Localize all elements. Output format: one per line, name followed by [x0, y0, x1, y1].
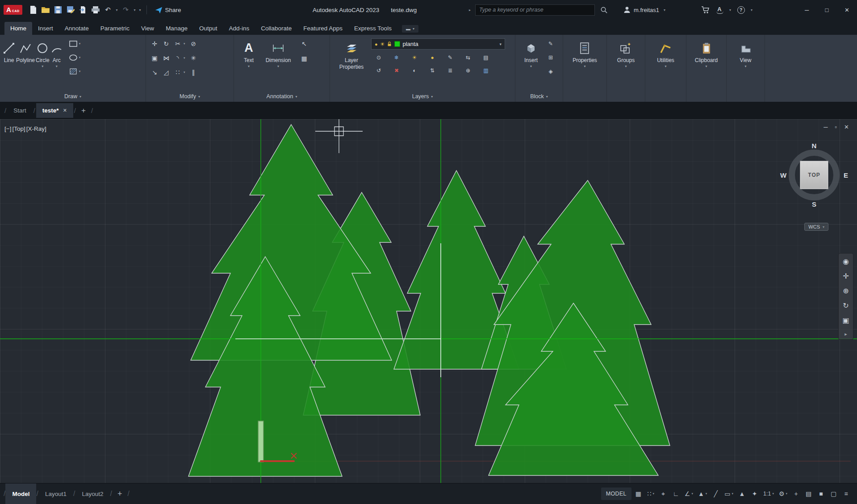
application-menu-button[interactable]: A CAD: [4, 5, 22, 15]
help-caret[interactable]: ▾: [749, 8, 754, 12]
plot-button[interactable]: [89, 3, 102, 17]
annotation-panel-label[interactable]: Annotation ▾: [234, 91, 330, 102]
showmotion-button[interactable]: ▣: [842, 317, 849, 324]
tab-addins[interactable]: Add-ins: [223, 22, 255, 35]
app-store-button[interactable]: [699, 3, 711, 17]
layers-panel-label[interactable]: Layers ▾: [330, 91, 515, 102]
tab-featured-apps[interactable]: Featured Apps: [297, 22, 348, 35]
tab-insert[interactable]: Insert: [32, 22, 59, 35]
block-panel-label[interactable]: Block ▾: [515, 91, 563, 102]
assistant-caret[interactable]: ▾: [727, 8, 733, 12]
layer-isolate-button[interactable]: ⊙: [373, 52, 385, 62]
layer-dropdown[interactable]: ● ☀ planta ▾: [371, 38, 505, 50]
move-button[interactable]: ✛: [149, 38, 160, 49]
pan-button[interactable]: ✛: [843, 273, 849, 280]
save-button[interactable]: [52, 3, 64, 17]
layer-merge-button[interactable]: ⇅: [426, 65, 438, 75]
copy-to-layer-button[interactable]: ⊕: [462, 65, 474, 75]
block-create-button[interactable]: ⊞: [545, 52, 556, 62]
annotation-visibility-toggle[interactable]: ▲: [736, 487, 748, 500]
new-file-button[interactable]: [27, 3, 39, 17]
full-navigation-wheel-button[interactable]: ◉: [843, 258, 849, 265]
file-tab-close-icon[interactable]: ✕: [63, 108, 67, 113]
layer-states-button[interactable]: ▤: [480, 52, 492, 62]
polyline-button[interactable]: Polyline: [16, 38, 35, 64]
account-menu[interactable]: m.freitas1 ▾: [623, 0, 667, 20]
stretch-button[interactable]: ↘: [149, 67, 160, 77]
table-button[interactable]: ▦: [298, 53, 310, 63]
isodraft-toggle[interactable]: ▲ ▾: [696, 487, 709, 500]
copy-button[interactable]: ▣: [149, 53, 160, 63]
polar-tracking-toggle[interactable]: ∠ ▾: [683, 487, 695, 500]
tab-output[interactable]: Output: [193, 22, 223, 35]
block-edit-button[interactable]: ✎: [545, 38, 556, 49]
undo-button[interactable]: ↶: [102, 3, 114, 17]
model-space-toggle[interactable]: MODEL: [601, 487, 631, 500]
array-button[interactable]: ∷: [172, 67, 184, 77]
make-current-layer-button[interactable]: ✎: [444, 52, 456, 62]
layer-off-button[interactable]: ☀: [409, 52, 420, 62]
clipboard-button[interactable]: Clipboard ▾: [695, 38, 718, 68]
trim-caret[interactable]: ▾: [184, 42, 188, 46]
explode-button[interactable]: ✳: [188, 53, 199, 63]
scale-button[interactable]: ◿: [160, 67, 172, 77]
annotation-scale-button[interactable]: 1:1 ▾: [761, 487, 776, 500]
qat-customize-caret[interactable]: ▾: [138, 8, 143, 12]
orbit-button[interactable]: ↻: [843, 302, 849, 309]
isolate-objects-button[interactable]: ■: [815, 487, 827, 500]
tab-annotate[interactable]: Annotate: [59, 22, 95, 35]
save-as-button[interactable]: [64, 3, 77, 17]
layout2-tab[interactable]: Layout2: [75, 483, 110, 504]
undo-history-caret[interactable]: ▾: [114, 8, 120, 12]
file-tab-start[interactable]: Start: [7, 103, 33, 118]
model-tab[interactable]: Model: [5, 483, 36, 504]
ortho-mode-toggle[interactable]: ∟: [670, 487, 681, 500]
array-caret[interactable]: ▾: [184, 71, 188, 74]
utilities-button[interactable]: Utilities ▾: [657, 38, 674, 68]
viewcube[interactable]: N S W E TOP: [783, 144, 845, 206]
viewport-close-button[interactable]: ✕: [844, 124, 849, 130]
autodesk-assistant-button[interactable]: A: [713, 3, 726, 17]
grid-display-toggle[interactable]: ▦: [633, 487, 644, 500]
tray-settings-button[interactable]: ▤: [803, 487, 814, 500]
wcs-dropdown[interactable]: WCS ▾: [804, 223, 828, 231]
minimize-window-button[interactable]: ─: [797, 0, 817, 20]
viewcube-top-face[interactable]: TOP: [800, 161, 828, 189]
offset-button[interactable]: ∥: [188, 67, 199, 77]
search-collapse-caret[interactable]: ▸: [467, 8, 472, 12]
help-button[interactable]: ?: [735, 3, 747, 17]
mirror-button[interactable]: ⋈: [160, 53, 172, 63]
trim-button[interactable]: ✂: [172, 38, 184, 49]
object-snap-tracking-toggle[interactable]: ╱: [710, 487, 721, 500]
layer-on-all-button[interactable]: ●: [426, 52, 438, 62]
circle-button[interactable]: Circle ▾: [36, 38, 50, 68]
viewport-minimize-control[interactable]: [−]: [4, 125, 11, 132]
infer-constraints-toggle[interactable]: ⌖: [658, 487, 669, 500]
rotate-button[interactable]: ↻: [160, 38, 172, 49]
layer-walk-button[interactable]: ≣: [444, 65, 456, 75]
workspace-switching-button[interactable]: ⚙ ▾: [777, 487, 789, 500]
graphics-performance-button[interactable]: ▢: [828, 487, 839, 500]
maximize-window-button[interactable]: □: [817, 0, 837, 20]
properties-button[interactable]: Properties ▾: [573, 38, 597, 68]
groups-button[interactable]: ✦ Groups ▾: [617, 38, 635, 68]
redo-history-caret[interactable]: ▾: [132, 8, 138, 12]
search-input[interactable]: [475, 4, 595, 16]
share-button[interactable]: Share: [150, 6, 186, 14]
tab-view[interactable]: View: [135, 22, 160, 35]
viewcube-west[interactable]: W: [780, 171, 786, 179]
new-drawing-tab-button[interactable]: +: [77, 106, 90, 115]
tab-express-tools[interactable]: Express Tools: [348, 22, 397, 35]
base-view-button[interactable]: View ▾: [740, 38, 752, 68]
viewport-view-control[interactable]: [Top]: [12, 125, 25, 132]
ucs-y-axis[interactable]: [258, 421, 263, 462]
search-button[interactable]: [598, 3, 610, 17]
lineweight-toggle[interactable]: ▭ ▾: [723, 487, 735, 500]
file-tab-teste[interactable]: teste* ✕: [36, 103, 73, 118]
insert-block-button[interactable]: Insert ▾: [518, 38, 544, 68]
redo-button[interactable]: ↷: [120, 3, 132, 17]
draw-panel-label[interactable]: Draw ▾: [0, 91, 146, 102]
tab-manage[interactable]: Manage: [160, 22, 193, 35]
annotation-monitor-toggle[interactable]: +: [790, 487, 802, 500]
erase-button[interactable]: ⊘: [188, 38, 199, 49]
